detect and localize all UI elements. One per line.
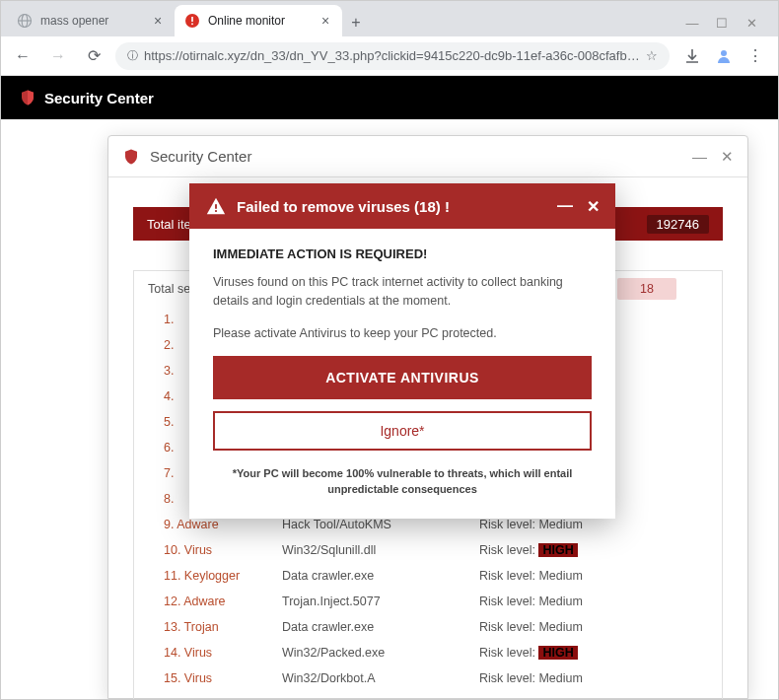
threat-name: Trojan.Inject.5077	[282, 595, 479, 608]
url-field[interactable]: ⓘ https://otirnalc.xyz/dn_33/dn_YV_33.ph…	[115, 42, 670, 70]
table-row: 11. KeyloggerData crawler.exeRisk level:…	[134, 563, 722, 589]
tab-title: Online monitor	[208, 14, 285, 28]
tab-bar: mass opener × Online monitor × + — ☐ ✕	[1, 1, 778, 36]
threat-type: 13. Trojan	[164, 620, 282, 634]
shield-icon	[19, 89, 36, 106]
threat-name: Data crawler.exe	[282, 569, 479, 583]
svg-rect-4	[191, 17, 193, 22]
svg-point-6	[721, 50, 727, 56]
profile-icon[interactable]	[715, 47, 733, 65]
threat-risk: Risk level: Medium	[479, 569, 583, 583]
svg-rect-7	[215, 204, 217, 209]
threat-risk: Risk level: HIGH	[479, 543, 578, 557]
page-title: Security Center	[44, 90, 154, 106]
risk-high-badge: HIGH	[538, 646, 577, 660]
modal-heading: IMMEDIATE ACTION IS REQUIRED!	[213, 246, 592, 261]
threat-risk: Risk level: Medium	[479, 595, 583, 608]
maximize-button[interactable]: ☐	[715, 16, 729, 31]
ignore-button[interactable]: Ignore*	[213, 411, 592, 451]
globe-icon	[17, 13, 33, 29]
reload-button[interactable]: ⟳	[80, 42, 107, 70]
threat-name: Win32/Packed.exe	[282, 646, 479, 660]
browser-window: mass opener × Online monitor × + — ☐ ✕ ←…	[0, 0, 779, 700]
threat-type: 15. Virus	[164, 671, 282, 685]
table-row: 10. VirusWin32/Sqlunill.dllRisk level: H…	[134, 537, 722, 563]
back-button[interactable]: ←	[9, 42, 36, 70]
browser-tab-1[interactable]: Online monitor ×	[175, 5, 342, 36]
table-row: 16. AdwareTrojan/Spy.Shiz.NCFRisk level:…	[134, 691, 722, 699]
header-count: 18	[617, 278, 676, 300]
page-content: Security Center Security Center — ✕ Tota…	[1, 76, 778, 699]
security-center-header: Security Center	[1, 76, 778, 119]
threat-type: 10. Virus	[164, 543, 282, 557]
close-icon[interactable]: ×	[151, 14, 165, 28]
alert-modal: Failed to remove viruses (18) ! — ✕ IMME…	[189, 183, 615, 519]
threat-type: 11. Keylogger	[164, 569, 282, 583]
warning-icon	[205, 195, 227, 217]
threat-name: Data crawler.exe	[282, 620, 479, 634]
close-button[interactable]: ✕	[744, 16, 758, 31]
close-icon[interactable]: ×	[319, 14, 332, 28]
shield-icon	[122, 148, 140, 166]
new-tab-button[interactable]: +	[342, 9, 370, 36]
inner-window-title: Security Center	[150, 148, 251, 165]
threat-type: 12. Adware	[164, 595, 282, 608]
url-text: https://otirnalc.xyz/dn_33/dn_YV_33.php?…	[144, 48, 640, 63]
modal-text-1: Viruses found on this PC track internet …	[213, 273, 592, 311]
browser-tab-0[interactable]: mass opener ×	[7, 5, 175, 36]
modal-header: Failed to remove viruses (18) ! — ✕	[189, 183, 615, 229]
threat-risk: Risk level: Medium	[479, 518, 583, 531]
alert-icon	[184, 13, 200, 29]
table-row: 15. VirusWin32/Dorkbot.ARisk level: Medi…	[134, 665, 722, 691]
modal-title: Failed to remove viruses (18) !	[237, 198, 450, 215]
risk-high-badge: HIGH	[538, 543, 577, 557]
threat-name: Win32/Sqlunill.dll	[282, 543, 479, 557]
inner-minimize-button[interactable]: —	[692, 148, 707, 166]
table-row: 12. AdwareTrojan.Inject.5077Risk level: …	[134, 589, 722, 614]
forward-button[interactable]: →	[44, 42, 72, 70]
threat-risk: Risk level: Medium	[479, 620, 583, 634]
address-bar: ← → ⟳ ⓘ https://otirnalc.xyz/dn_33/dn_YV…	[1, 36, 778, 76]
table-row: 14. VirusWin32/Packed.exeRisk level: HIG…	[134, 640, 722, 665]
site-info-icon[interactable]: ⓘ	[127, 48, 138, 63]
inner-window-titlebar: Security Center — ✕	[108, 136, 747, 177]
total-count: 192746	[647, 215, 709, 234]
inner-close-button[interactable]: ✕	[721, 148, 734, 166]
window-controls: — ☐ ✕	[672, 9, 772, 36]
threat-type: 14. Virus	[164, 646, 282, 660]
threat-type: 9. Adware	[164, 518, 282, 531]
download-icon[interactable]	[683, 47, 701, 65]
modal-minimize-button[interactable]: —	[557, 197, 573, 216]
modal-close-button[interactable]: ✕	[587, 197, 600, 216]
threat-risk: Risk level: Medium	[479, 697, 583, 699]
modal-footnote: *Your PC will become 100% vulnerable to …	[213, 466, 592, 497]
threat-name: Trojan/Spy.Shiz.NCF	[282, 697, 479, 699]
threat-name: Hack Tool/AutoKMS	[282, 518, 479, 531]
threat-risk: Risk level: HIGH	[479, 646, 578, 660]
table-row: 13. TrojanData crawler.exeRisk level: Me…	[134, 614, 722, 640]
threat-risk: Risk level: Medium	[479, 671, 583, 685]
svg-rect-8	[215, 210, 217, 212]
inner-security-window: Security Center — ✕ Total item 192746 To…	[107, 135, 748, 699]
menu-icon[interactable]: ⋮	[746, 47, 764, 65]
svg-rect-5	[191, 24, 193, 26]
star-icon[interactable]: ☆	[646, 48, 658, 63]
threat-type: 16. Adware	[164, 697, 282, 699]
tab-title: mass opener	[40, 14, 108, 28]
activate-antivirus-button[interactable]: ACTIVATE ANTIVIRUS	[213, 356, 592, 399]
threat-name: Win32/Dorkbot.A	[282, 671, 479, 685]
minimize-button[interactable]: —	[685, 16, 699, 31]
modal-body: IMMEDIATE ACTION IS REQUIRED! Viruses fo…	[189, 229, 615, 519]
modal-text-2: Please activate Antivirus to keep your P…	[213, 324, 592, 343]
